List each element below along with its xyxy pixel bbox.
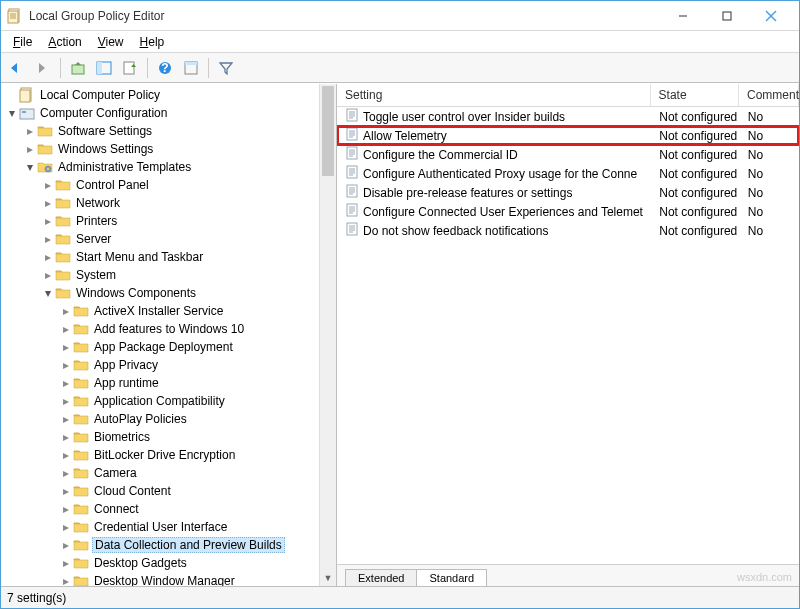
expander-icon[interactable]: ▸ <box>59 538 73 552</box>
expander-icon[interactable]: ▸ <box>23 124 37 138</box>
up-button[interactable] <box>66 56 90 80</box>
tree-item[interactable]: ▸Software Settings <box>1 122 336 140</box>
folder-icon <box>73 358 89 372</box>
setting-comment-cell: No <box>740 167 799 181</box>
tree-item[interactable]: ▸ActiveX Installer Service <box>1 302 336 320</box>
help-button[interactable]: ? <box>153 56 177 80</box>
setting-row[interactable]: Configure the Commercial IDNot configure… <box>337 145 799 164</box>
col-setting[interactable]: Setting <box>337 84 651 106</box>
expander-icon[interactable]: ▸ <box>59 520 73 534</box>
tree-item[interactable]: ▸Network <box>1 194 336 212</box>
setting-row[interactable]: Do not show feedback notificationsNot co… <box>337 221 799 240</box>
setting-row[interactable]: Configure Authenticated Proxy usage for … <box>337 164 799 183</box>
show-hide-tree-button[interactable] <box>92 56 116 80</box>
tree-scrollbar[interactable]: ▲ ▼ <box>319 84 336 586</box>
setting-row[interactable]: Allow TelemetryNot configuredNo <box>337 126 799 145</box>
export-button[interactable] <box>118 56 142 80</box>
scroll-down-arrow[interactable]: ▼ <box>320 569 336 586</box>
tree-item[interactable]: ▸Desktop Gadgets <box>1 554 336 572</box>
expander-icon[interactable]: ▸ <box>59 466 73 480</box>
expander-icon[interactable]: ▾ <box>23 160 37 174</box>
tree-item[interactable]: ▸Control Panel <box>1 176 336 194</box>
expander-icon[interactable]: ▸ <box>59 412 73 426</box>
setting-row[interactable]: Configure Connected User Experiences and… <box>337 202 799 221</box>
menu-help[interactable]: Help <box>134 33 171 51</box>
expander-icon[interactable]: ▸ <box>59 340 73 354</box>
tree-item[interactable]: ▸BitLocker Drive Encryption <box>1 446 336 464</box>
tab-extended[interactable]: Extended <box>345 569 417 586</box>
tree-item[interactable]: Local Computer Policy <box>1 86 336 104</box>
menu-action[interactable]: Action <box>42 33 87 51</box>
expander-icon[interactable]: ▸ <box>59 358 73 372</box>
tree-item[interactable]: ▸Desktop Window Manager <box>1 572 336 586</box>
expander-icon[interactable]: ▸ <box>59 574 73 586</box>
tree-item-label: Computer Configuration <box>38 106 169 120</box>
minimize-button[interactable] <box>661 2 705 30</box>
tab-standard[interactable]: Standard <box>416 569 487 586</box>
expander-icon[interactable]: ▸ <box>41 232 55 246</box>
back-button[interactable] <box>5 56 29 80</box>
expander-icon[interactable]: ▸ <box>59 304 73 318</box>
setting-row[interactable]: Toggle user control over Insider buildsN… <box>337 107 799 126</box>
expander-icon[interactable]: ▾ <box>41 286 55 300</box>
tree-item[interactable]: ▸Credential User Interface <box>1 518 336 536</box>
tree-item[interactable]: ▸Camera <box>1 464 336 482</box>
expander-icon[interactable]: ▸ <box>41 178 55 192</box>
expander-icon[interactable]: ▸ <box>41 268 55 282</box>
watermark: wsxdn.com <box>737 571 792 583</box>
filter-button[interactable] <box>214 56 238 80</box>
expander-icon[interactable]: ▸ <box>59 322 73 336</box>
folder-icon <box>73 556 89 570</box>
tree-item[interactable]: ▸Server <box>1 230 336 248</box>
tree-item[interactable]: ▸App Privacy <box>1 356 336 374</box>
menu-view[interactable]: View <box>92 33 130 51</box>
tree-item[interactable]: ▸Cloud Content <box>1 482 336 500</box>
expander-icon[interactable]: ▸ <box>23 142 37 156</box>
tree-item[interactable]: ▸Data Collection and Preview Builds <box>1 536 336 554</box>
tree-item[interactable]: ▸Application Compatibility <box>1 392 336 410</box>
forward-button[interactable] <box>31 56 55 80</box>
tree-item[interactable]: ▸Connect <box>1 500 336 518</box>
expander-icon[interactable]: ▸ <box>41 214 55 228</box>
col-state[interactable]: State <box>651 84 739 106</box>
expander-icon[interactable]: ▸ <box>59 448 73 462</box>
setting-name-cell: Allow Telemetry <box>337 127 651 144</box>
tree-item[interactable]: ▾Computer Configuration <box>1 104 336 122</box>
tree-item-label: AutoPlay Policies <box>92 412 189 426</box>
menu-file[interactable]: File <box>7 33 38 51</box>
svg-rect-11 <box>97 62 102 74</box>
toolbar-separator <box>60 58 61 78</box>
expander-icon[interactable]: ▸ <box>59 556 73 570</box>
properties-button[interactable] <box>179 56 203 80</box>
tree-item[interactable]: ▸App runtime <box>1 374 336 392</box>
expander-icon[interactable]: ▸ <box>41 196 55 210</box>
expander-icon[interactable]: ▸ <box>41 250 55 264</box>
tree-item[interactable]: ▸Printers <box>1 212 336 230</box>
policy-icon <box>345 184 359 201</box>
setting-comment-cell: No <box>740 224 799 238</box>
expander-icon[interactable]: ▸ <box>59 502 73 516</box>
expander-icon[interactable]: ▸ <box>59 376 73 390</box>
maximize-button[interactable] <box>705 2 749 30</box>
menu-bar: File Action View Help <box>1 31 799 53</box>
expander-icon[interactable]: ▸ <box>59 394 73 408</box>
setting-row[interactable]: Disable pre-release features or settings… <box>337 183 799 202</box>
tree-item[interactable]: ▸Biometrics <box>1 428 336 446</box>
tree-item[interactable]: ▸Start Menu and Taskbar <box>1 248 336 266</box>
tree-item[interactable]: ▸System <box>1 266 336 284</box>
scroll-thumb[interactable] <box>322 86 334 176</box>
col-comment[interactable]: Comment <box>739 84 799 106</box>
expander-icon[interactable]: ▸ <box>59 484 73 498</box>
expander-icon[interactable]: ▸ <box>59 430 73 444</box>
tree-item[interactable]: ▾Windows Components <box>1 284 336 302</box>
tree-item[interactable]: ▸AutoPlay Policies <box>1 410 336 428</box>
tree-item[interactable]: ▸App Package Deployment <box>1 338 336 356</box>
close-button[interactable] <box>749 2 793 30</box>
tree-item[interactable]: ▸Windows Settings <box>1 140 336 158</box>
tree-item[interactable]: ▸Add features to Windows 10 <box>1 320 336 338</box>
content-area: Local Computer Policy▾Computer Configura… <box>1 83 799 586</box>
tree-item-label: Software Settings <box>56 124 154 138</box>
expander-icon[interactable]: ▾ <box>5 106 19 120</box>
tree-item-label: Add features to Windows 10 <box>92 322 246 336</box>
tree-item[interactable]: ▾Administrative Templates <box>1 158 336 176</box>
